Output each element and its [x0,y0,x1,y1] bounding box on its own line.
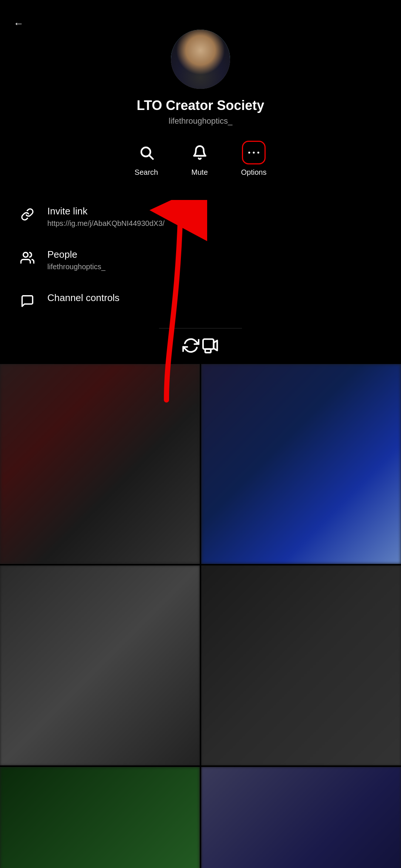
svg-rect-6 [203,339,214,349]
people-username: lifethroughoptics_ [47,263,105,271]
actions-row: Search Mute Options [135,141,267,177]
grid-cell-4 [201,565,401,765]
tab-bar [159,328,242,363]
mute-button[interactable]: Mute [188,141,212,177]
people-text: People lifethroughoptics_ [47,249,105,271]
people-title: People [47,249,105,260]
grid-cell-2 [201,364,401,564]
channel-controls-title: Channel controls [47,292,119,304]
search-label: Search [135,168,158,177]
people-icon [18,249,36,267]
svg-point-4 [257,151,259,153]
channel-name: LTO Creator Society [137,98,264,113]
svg-line-1 [149,156,153,159]
content-grid [0,364,401,868]
options-button[interactable]: Options [241,141,267,177]
svg-marker-7 [214,341,218,351]
options-label: Options [241,168,267,177]
grid-cell-6 [201,767,401,868]
mute-label: Mute [191,168,208,177]
channel-controls-item[interactable]: Channel controls [18,282,383,321]
video-gallery-tab[interactable] [200,336,220,355]
grid-cell-3 [0,565,200,765]
search-icon-wrap [135,141,158,164]
svg-point-3 [253,151,255,153]
more-horizontal-icon [246,145,262,160]
mute-icon-wrap [188,141,212,164]
back-button[interactable]: ← [13,18,24,30]
invite-link-title: Invite link [47,206,165,217]
invite-link-text: Invite link https://ig.me/j/AbaKQbNI4493… [47,206,165,228]
search-button[interactable]: Search [135,141,158,177]
refresh-tab[interactable] [181,336,200,355]
grid-cell-5 [0,767,200,868]
chat-icon [18,292,36,310]
options-icon-wrap [242,141,266,164]
invite-link-url: https://ig.me/j/AbaKQbNI44930dX3/ [47,219,165,228]
info-list: Invite link https://ig.me/j/AbaKQbNI4493… [0,195,401,321]
username: lifethroughoptics_ [169,116,232,126]
people-item[interactable]: People lifethroughoptics_ [18,238,383,282]
svg-rect-8 [205,349,211,353]
link-icon [18,206,36,223]
profile-section: LTO Creator Society lifethroughoptics_ S… [0,0,401,363]
grid-cell-1 [0,364,200,564]
svg-point-5 [23,253,28,257]
svg-point-2 [248,151,250,153]
channel-controls-text: Channel controls [47,292,119,304]
avatar [171,30,230,89]
invite-link-item[interactable]: Invite link https://ig.me/j/AbaKQbNI4493… [18,195,383,238]
bell-icon [192,145,208,160]
search-icon [139,145,154,160]
